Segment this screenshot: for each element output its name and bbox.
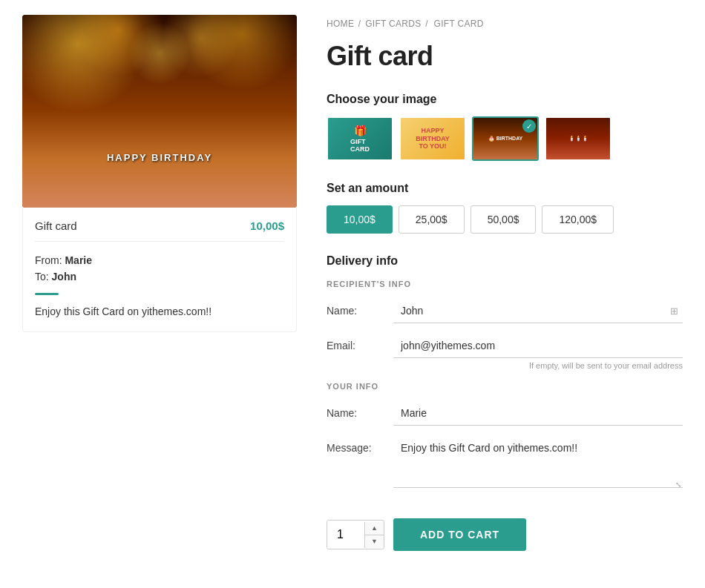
- from-value: Marie: [65, 254, 92, 266]
- image-thumb-birthday-candles[interactable]: 🎂 BIRTHDAY ✓: [472, 116, 539, 161]
- image-selector: 🎁 GIFTCARD HAPPYBIRTHDAYTO YOU! 🎂 BIRTHD…: [327, 116, 683, 161]
- amount-btn-3[interactable]: 120,00$: [542, 205, 614, 234]
- thumb-cake-bg: 🕯️🕯️🕯️: [546, 118, 610, 159]
- image-thumb-happy-bday[interactable]: HAPPYBIRTHDAYTO YOU!: [399, 116, 466, 161]
- card-message: Enjoy this Gift Card on yithemes.com!!: [35, 304, 284, 320]
- quantity-input-wrap: ▲ ▼: [327, 520, 384, 549]
- message-label: Message:: [327, 436, 386, 454]
- message-input[interactable]: Enjoy this Gift Card on yithemes.com!!: [393, 436, 683, 488]
- name-field-icon: ⊞: [670, 305, 678, 317]
- recipient-info-label: RECIPIENT'S INFO: [327, 280, 683, 288]
- page-wrapper: Gift card 10,00$ From: Marie To: John En…: [0, 0, 705, 566]
- qty-arrows: ▲ ▼: [364, 522, 384, 548]
- recipient-name-field-wrap: ⊞: [393, 299, 683, 323]
- your-info-label: YOUR INFO: [327, 382, 683, 391]
- breadcrumb-sep1: /: [358, 19, 364, 29]
- card-info-box: Gift card 10,00$ From: Marie To: John En…: [22, 208, 297, 332]
- your-name-row: Name:: [327, 401, 683, 426]
- to-label: To:: [35, 271, 52, 283]
- card-info-title: Gift card: [35, 219, 77, 232]
- selected-checkmark: ✓: [522, 119, 536, 133]
- amount-label: Set an amount: [327, 182, 683, 195]
- thumb-gift-card-bg: 🎁 GIFTCARD: [328, 118, 392, 159]
- gift-card-text: GIFTCARD: [350, 138, 370, 153]
- amount-btn-0[interactable]: 10,00$: [327, 205, 393, 234]
- your-name-input[interactable]: [393, 401, 683, 426]
- card-preview-image: [22, 15, 297, 208]
- card-from: From: Marie: [35, 252, 284, 268]
- breadcrumb-sep2: /: [425, 19, 430, 29]
- recipient-email-input[interactable]: [393, 334, 683, 358]
- amount-btn-1[interactable]: 25,00$: [399, 205, 465, 234]
- recipient-email-hint: If empty, will be sent to your email add…: [393, 361, 683, 370]
- breadcrumb-current: GIFT CARD: [434, 19, 484, 29]
- left-panel: Gift card 10,00$ From: Marie To: John En…: [22, 15, 297, 551]
- message-input-wrap: Enjoy this Gift Card on yithemes.com!! ⤡: [393, 436, 683, 490]
- your-name-label: Name:: [327, 401, 386, 419]
- choose-image-label: Choose your image: [327, 93, 683, 106]
- cake-bg: [22, 15, 297, 208]
- right-panel: HOME / GIFT CARDS / GIFT CARD Gift card …: [327, 15, 683, 551]
- to-value: John: [52, 271, 76, 283]
- amount-buttons: 10,00$ 25,00$ 50,00$ 120,00$: [327, 205, 683, 234]
- recipient-name-input-wrap: ⊞: [393, 299, 683, 323]
- qty-up-button[interactable]: ▲: [365, 522, 384, 535]
- breadcrumb: HOME / GIFT CARDS / GIFT CARD: [327, 19, 683, 29]
- your-name-input-wrap: [393, 401, 683, 426]
- breadcrumb-home[interactable]: HOME: [327, 19, 354, 29]
- textarea-resize-icon: ⤡: [675, 480, 681, 489]
- delivery-label: Delivery info: [327, 254, 683, 268]
- card-info-price: 10,00$: [250, 219, 284, 232]
- recipient-name-row: Name: ⊞: [327, 299, 683, 323]
- recipient-name-label: Name:: [327, 299, 386, 317]
- recipient-email-row: Email: If empty, will be sent to your em…: [327, 334, 683, 370]
- recipient-email-label: Email:: [327, 334, 386, 351]
- thumb-happy-bday-bg: HAPPYBIRTHDAYTO YOU!: [401, 118, 465, 159]
- card-info-header: Gift card 10,00$: [35, 219, 284, 242]
- gift-icon: 🎁: [354, 125, 367, 136]
- amount-btn-2[interactable]: 50,00$: [470, 205, 537, 234]
- from-label: From:: [35, 254, 65, 266]
- add-to-cart-button[interactable]: ADD TO CART: [393, 518, 526, 551]
- qty-down-button[interactable]: ▼: [365, 535, 384, 548]
- recipient-name-input[interactable]: [393, 299, 683, 323]
- image-thumb-gift-card[interactable]: 🎁 GIFTCARD: [327, 116, 393, 161]
- add-to-cart-section: ▲ ▼ ADD TO CART: [327, 511, 683, 551]
- image-thumb-cake[interactable]: 🕯️🕯️🕯️: [545, 116, 611, 161]
- card-to: To: John: [35, 268, 284, 285]
- delivery-section: Delivery info RECIPIENT'S INFO Name: ⊞ E…: [327, 254, 683, 490]
- product-title: Gift card: [327, 41, 683, 72]
- quantity-input[interactable]: [327, 521, 364, 549]
- message-row: Message: Enjoy this Gift Card on yitheme…: [327, 436, 683, 490]
- teal-line: [35, 293, 59, 295]
- recipient-email-input-wrap: If empty, will be sent to your email add…: [393, 334, 683, 370]
- card-from-to: From: Marie To: John: [35, 252, 284, 285]
- breadcrumb-gift-cards[interactable]: GIFT CARDS: [365, 19, 421, 29]
